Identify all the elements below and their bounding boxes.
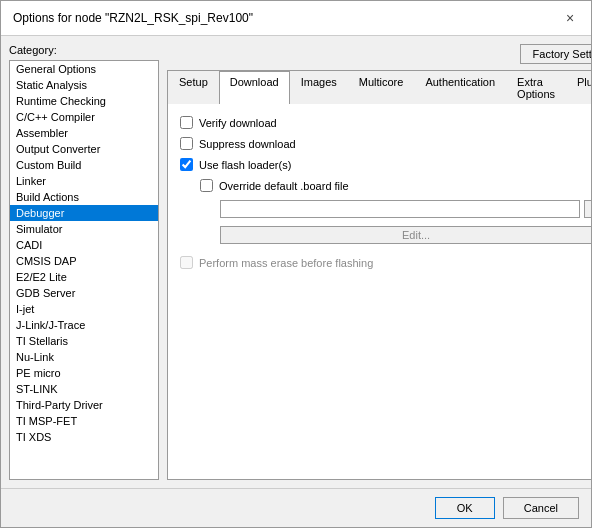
- suppress-download-label: Suppress download: [199, 138, 296, 150]
- verify-download-label: Verify download: [199, 117, 277, 129]
- sidebar-item-ti-xds[interactable]: TI XDS: [10, 429, 158, 445]
- tab-content: Verify download Suppress download Use fl…: [168, 104, 591, 479]
- edit-button[interactable]: Edit...: [220, 226, 591, 244]
- tab-multicore[interactable]: Multicore: [348, 71, 415, 104]
- ok-button[interactable]: OK: [435, 497, 495, 519]
- tab-download[interactable]: Download: [219, 71, 290, 104]
- sidebar-item-cmsis-dap[interactable]: CMSIS DAP: [10, 253, 158, 269]
- dialog-footer: OK Cancel: [1, 488, 591, 527]
- sidebar-item-linker[interactable]: Linker: [10, 173, 158, 189]
- tab-images[interactable]: Images: [290, 71, 348, 104]
- sidebar-item-cadi[interactable]: CADI: [10, 237, 158, 253]
- sidebar-item-simulator[interactable]: Simulator: [10, 221, 158, 237]
- close-button[interactable]: ×: [561, 9, 579, 27]
- sidebar-item-ti-msp-fet[interactable]: TI MSP-FET: [10, 413, 158, 429]
- sidebar-item-runtime-checking[interactable]: Runtime Checking: [10, 93, 158, 109]
- sidebar-item-general-options[interactable]: General Options: [10, 61, 158, 77]
- sidebar-item-ti-stellaris[interactable]: TI Stellaris: [10, 333, 158, 349]
- title-bar: Options for node "RZN2L_RSK_spi_Rev100" …: [1, 1, 591, 36]
- suppress-download-checkbox[interactable]: [180, 137, 193, 150]
- sidebar-item-nu-link[interactable]: Nu-Link: [10, 349, 158, 365]
- dialog-title: Options for node "RZN2L_RSK_spi_Rev100": [13, 11, 253, 25]
- override-board-row: Override default .board file: [200, 179, 591, 192]
- file-path-row: $TOOLKIT_DIR$/config/flashloader/Renesas…: [220, 200, 591, 218]
- sidebar-item-assembler[interactable]: Assembler: [10, 125, 158, 141]
- sidebar-item-third-party-driver[interactable]: Third-Party Driver: [10, 397, 158, 413]
- mass-erase-row: Perform mass erase before flashing: [180, 256, 591, 269]
- main-panel: Factory Settings SetupDownloadImagesMult…: [167, 44, 591, 480]
- sidebar-item-custom-build[interactable]: Custom Build: [10, 157, 158, 173]
- mass-erase-checkbox: [180, 256, 193, 269]
- sidebar-item-c-cpp-compiler[interactable]: C/C++ Compiler: [10, 109, 158, 125]
- tab-authentication[interactable]: Authentication: [414, 71, 506, 104]
- tab-panel: SetupDownloadImagesMulticoreAuthenticati…: [167, 70, 591, 480]
- sidebar-item-st-link[interactable]: ST-LINK: [10, 381, 158, 397]
- tabs: SetupDownloadImagesMulticoreAuthenticati…: [168, 71, 591, 104]
- sidebar-item-static-analysis[interactable]: Static Analysis: [10, 77, 158, 93]
- category-label: Category:: [9, 44, 159, 56]
- factory-settings-button[interactable]: Factory Settings: [520, 44, 591, 64]
- mass-erase-label: Perform mass erase before flashing: [199, 257, 373, 269]
- sidebar-item-build-actions[interactable]: Build Actions: [10, 189, 158, 205]
- sidebar-item-e2e2-lite[interactable]: E2/E2 Lite: [10, 269, 158, 285]
- use-flash-loaders-label: Use flash loader(s): [199, 159, 291, 171]
- browse-button[interactable]: ...: [584, 200, 591, 218]
- tab-extra-options[interactable]: Extra Options: [506, 71, 566, 104]
- sidebar-item-pe-micro[interactable]: PE micro: [10, 365, 158, 381]
- main-dialog: Options for node "RZN2L_RSK_spi_Rev100" …: [0, 0, 592, 528]
- file-path-input[interactable]: $TOOLKIT_DIR$/config/flashloader/Renesas…: [220, 200, 580, 218]
- use-flash-loaders-row: Use flash loader(s): [180, 158, 591, 171]
- dialog-body: Category: General OptionsStatic Analysis…: [1, 36, 591, 488]
- sidebar-item-debugger[interactable]: Debugger: [10, 205, 158, 221]
- verify-download-row: Verify download: [180, 116, 591, 129]
- verify-download-checkbox[interactable]: [180, 116, 193, 129]
- sidebar-list: General OptionsStatic AnalysisRuntime Ch…: [9, 60, 159, 480]
- sidebar-item-jlink-jtrace[interactable]: J-Link/J-Trace: [10, 317, 158, 333]
- sidebar-item-output-converter[interactable]: Output Converter: [10, 141, 158, 157]
- factory-row: Factory Settings: [167, 44, 591, 64]
- sidebar-item-gdb-server[interactable]: GDB Server: [10, 285, 158, 301]
- sidebar: Category: General OptionsStatic Analysis…: [9, 44, 159, 480]
- tab-setup[interactable]: Setup: [168, 71, 219, 104]
- sidebar-item-i-jet[interactable]: I-jet: [10, 301, 158, 317]
- tab-plugins[interactable]: Plugins: [566, 71, 591, 104]
- override-board-checkbox[interactable]: [200, 179, 213, 192]
- cancel-button[interactable]: Cancel: [503, 497, 579, 519]
- suppress-download-row: Suppress download: [180, 137, 591, 150]
- override-board-label: Override default .board file: [219, 180, 349, 192]
- use-flash-loaders-checkbox[interactable]: [180, 158, 193, 171]
